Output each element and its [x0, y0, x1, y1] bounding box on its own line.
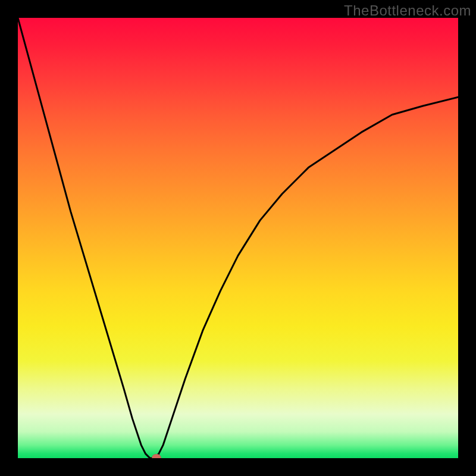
chart-frame: TheBottleneck.com [0, 0, 476, 476]
optimal-point-marker [152, 454, 161, 458]
bottleneck-curve [18, 18, 458, 458]
curve-layer [18, 18, 458, 458]
plot-area [18, 18, 458, 458]
watermark-text: TheBottleneck.com [344, 2, 471, 19]
